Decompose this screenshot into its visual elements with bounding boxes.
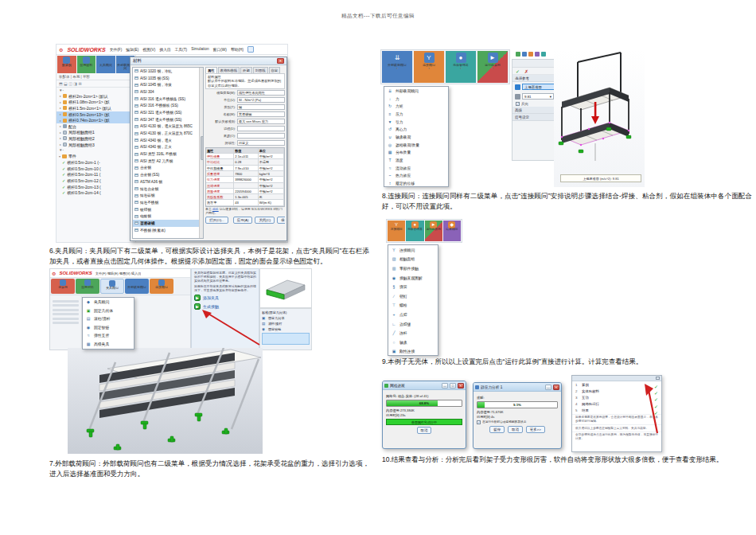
tab-icon[interactable] [535,52,540,57]
save-button[interactable]: 保存(S)... [277,217,285,224]
part-tree-item[interactable]: 横杆0.5m-2cm-13 ( [57,184,135,190]
simulation-toolbar-button[interactable]: Y 连接顾问 ▾ [414,51,445,83]
external-load-menu-item[interactable]: ∪ 轴承载荷 [384,133,448,141]
material-list-item[interactable]: AISI 类型 A2 刀具钢 [133,158,199,165]
cancel-button[interactable]: 取消 [417,427,432,434]
menubar-item[interactable]: 窗口(W) [213,47,227,52]
material-list-item[interactable]: AISI 321 退火不锈钢 (SS) [133,109,199,116]
fixture-type-item[interactable]: ▣ 固定几何体 [262,315,310,321]
tree-view-toolbar[interactable]: ⬒ ⬓ ◫ ◨ ⊞ [57,80,135,88]
fixture-type-item[interactable]: ▤ 滚柱/滑杆 [262,321,310,326]
material-list-item[interactable]: AISI 4130 钢，正火温度为 870C [133,130,199,137]
connection-menu-item[interactable]: § 弹簧 [388,282,438,291]
parts-folder[interactable]: 零件 [57,153,135,159]
material-list-item[interactable]: AISI 类型 316L 不锈钢 [133,150,199,158]
feature-tree-item[interactable]: 横杆0.74m-2cm<1> (默 [57,117,135,123]
simulation-toolbar-button[interactable]: 新算例 [57,56,76,73]
part-tree-item[interactable]: 横杆0.5m-2cm-14 ( [57,189,135,196]
chevron-down-icon[interactable]: ▾ [396,67,398,70]
tab-icon[interactable] [516,52,520,57]
fixture-menu-item[interactable]: ▣ 固定几何体 [83,307,134,315]
field-value[interactable]: 钢 [237,104,285,110]
feature-tree-item[interactable]: 局部相触面组3 [57,142,135,148]
external-load-menu-item[interactable]: ≡ 压力 [384,110,448,118]
external-load-menu-item[interactable]: ↻ 力矩 [384,102,448,110]
close-icon[interactable]: ✕ [277,58,284,64]
open-button[interactable]: 打开(O)... [205,217,228,224]
fixture-menu-item[interactable]: ▤ 滚柱/滑杆 [83,314,134,323]
field-value[interactable] [237,126,285,131]
part-tree-item[interactable]: 横杆0.5m-2cm-12 ( [57,178,135,184]
dialog-tab[interactable]: 外观 [240,67,252,73]
material-list-item[interactable]: AISI 316 不锈钢板 (SS) [133,102,199,109]
simulation-toolbar-button[interactable]: Y 连接顾问 [388,221,405,241]
tab-icon[interactable] [528,52,533,57]
filter-row-2[interactable]: ▼- [57,147,135,153]
connection-menu-item[interactable]: ⊤ 螺栓 [388,301,438,310]
part-tree-item[interactable]: 横杆0.5m-2cm-1 (- [57,159,135,166]
menubar-item[interactable]: 编辑(E) [126,47,138,52]
material-list-item[interactable]: AISI 316 退火不锈钢条 (SS) [133,96,199,103]
dialog-tab[interactable]: 剖面线 [253,67,268,73]
field-value[interactable]: 线性弹性各向同性 [237,90,285,96]
external-load-menu-item[interactable]: ▦ 分布质量 [384,149,448,157]
simulation-toolbar-button[interactable]: 外部载荷顾问 [125,279,149,294]
simulation-toolbar-button[interactable]: 新算例 [51,279,75,294]
material-list-item[interactable]: AISI 4340 钢，正火 [133,144,199,151]
command-tabs[interactable]: 装配体 | 布局 | 草图 [57,74,135,80]
add-fixture-button[interactable]: ▶ 添加夹具 [194,295,256,301]
menubar-item[interactable]: 插入(I) [159,47,170,52]
scrollbar[interactable] [199,68,203,238]
external-load-menu-item[interactable]: ~ 热力效应 [384,172,448,180]
menubar-item[interactable]: 帮助(H) [231,47,244,52]
more-button[interactable]: 更多>> [526,426,545,433]
field-value[interactable]: SI - N/m^2 (Pa) [237,97,285,103]
feature-tree-item[interactable]: 局部相触面组1 [57,130,135,136]
material-list-item[interactable]: 铸造不锈钢 [133,199,199,206]
external-load-menu-item[interactable]: ↺ 离心力 [384,125,448,133]
material-list-item[interactable]: AISI 4340 钢，退火 [133,137,199,144]
connection-menu-item[interactable]: ▣ 刚性连接 [388,347,438,357]
simulation-toolbar-button[interactable]: 应用材料 [76,279,99,294]
close-icon[interactable]: ✕ [553,385,559,390]
field-value[interactable]: 已定义 [237,140,285,146]
material-list-item[interactable]: 普通碳钢 [133,220,199,227]
external-load-menu-item[interactable]: ◎ 远程载荷/质量 [384,141,448,149]
chevron-down-icon[interactable]: ▾ [492,67,493,70]
cancel-icon[interactable]: ✗ [524,68,528,74]
connection-menu-item[interactable]: ▧ 相触面组 [388,255,438,264]
feature-tree-item[interactable]: 横杆1.08m-2cm<1> (默 [57,100,135,106]
connection-menu-item[interactable]: ╱ 连杆 [388,328,438,338]
close-button[interactable]: 关闭(C) [255,217,275,224]
fixture-menu-item[interactable]: ≈ 弹性支撑 [83,331,134,340]
cancel-button[interactable]: 取消 [508,426,523,433]
advisor-step-row[interactable]: 2 实体和材料 [572,388,661,394]
material-list-item[interactable]: 电镀钢 [133,213,199,220]
connection-menu-item[interactable]: ▥ 零部件接触 [388,264,438,273]
material-list-item[interactable]: 镀锌钢 [133,206,199,213]
material-list-item[interactable]: 铸造碳钢 [133,192,199,199]
external-load-menu-item[interactable]: ▼ 引力 [384,118,448,126]
material-list-item[interactable]: 合金钢 (SS) [133,171,199,178]
advisor-step-row[interactable]: 3 互动 [572,394,661,400]
simulation-toolbar-button[interactable]: 夹具顾问 [96,56,115,73]
part-tree-item[interactable]: 横杆0.5m-2cm-10 ( [57,166,135,172]
filter-row[interactable]: ▼- [57,88,135,93]
field-value[interactable] [237,133,285,139]
fixture-menu-item[interactable]: ◉ 固定铰链 [83,323,134,332]
feature-tree-item[interactable]: 横杆1.5m-2cm<1> (默认 [57,105,135,111]
material-list-item[interactable]: AISI 1045 钢，冷拔 [133,81,199,88]
material-list-item[interactable]: AISI 4130 钢，退火温度为 865C [133,123,199,131]
material-list-item[interactable]: 合金钢 [133,165,199,172]
simulation-toolbar-button[interactable]: ◆ 结果顾问 [443,221,461,241]
create-contact-button[interactable]: ▶ 生成接触 [194,303,256,310]
simulation-toolbar-button[interactable]: ► 运行此算例 [425,221,442,241]
feature-tree-item[interactable]: 横杆0.5m-2cm<13> (默 [57,111,135,118]
connection-menu-item[interactable]: + 点焊 [388,310,438,319]
part-tree-item[interactable]: 横杆0.5m-2cm-11 ( [57,172,135,178]
material-list-item[interactable]: AISI 1035 钢 (SS) [133,75,199,82]
fixture-menu-item[interactable]: ◆ 夹具顾问 [83,298,134,307]
feature-tree-item[interactable]: 配合 [57,123,135,130]
close-icon[interactable]: ✕ [458,383,464,389]
fixture-menu-item[interactable]: ▦ 高级夹具 [83,340,134,349]
